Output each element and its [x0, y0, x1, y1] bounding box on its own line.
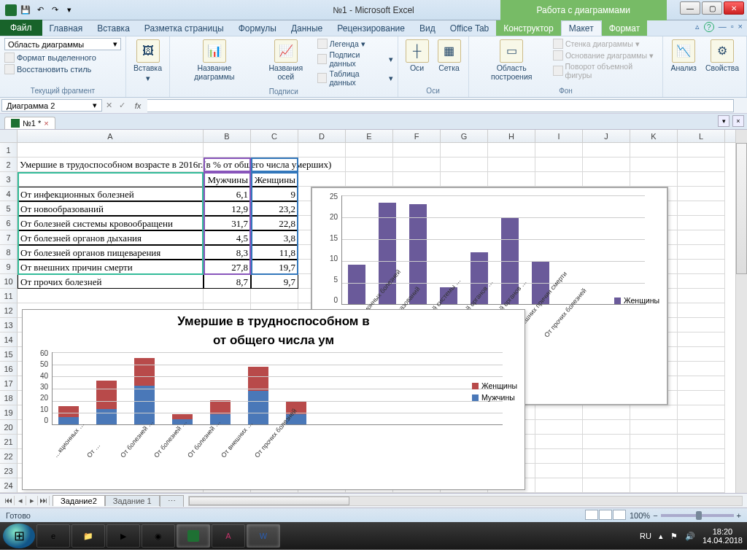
col-header[interactable]: J [583, 130, 630, 142]
cell[interactable] [678, 158, 725, 172]
axis-titles-button[interactable]: 📈Названия осей [258, 38, 314, 82]
axes-button[interactable]: ┼Оси [403, 38, 432, 74]
row-header[interactable]: 1 [0, 143, 18, 158]
cell[interactable]: 11,8 [251, 245, 298, 260]
col-header[interactable]: B [204, 130, 251, 142]
tab-insert[interactable]: Вставка [90, 20, 137, 36]
cell[interactable]: 9,7 [251, 274, 298, 289]
row-header[interactable]: 5 [0, 201, 18, 216]
sheet-tab[interactable]: Задание 1 [105, 495, 160, 506]
row-header[interactable]: 19 [0, 405, 18, 420]
tab-review[interactable]: Рецензирование [330, 20, 412, 36]
cell[interactable] [535, 435, 583, 449]
redo-button[interactable]: ↷ [48, 4, 61, 17]
undo-button[interactable]: ↶ [34, 4, 47, 17]
cell[interactable]: 12,9 [204, 201, 251, 216]
cell[interactable] [535, 420, 583, 435]
legend-button[interactable]: Легенда ▾ [317, 38, 393, 50]
cell[interactable] [630, 449, 678, 464]
cell[interactable]: 8,7 [204, 274, 251, 289]
cell[interactable] [488, 143, 535, 158]
cell[interactable] [678, 362, 725, 376]
cell[interactable] [678, 303, 725, 318]
cell[interactable]: От болезней органов пищеварения [18, 245, 204, 260]
taskbar-ie[interactable]: e [36, 524, 70, 548]
cell[interactable] [204, 143, 251, 158]
sheet-tab-overflow[interactable]: ⋯ [160, 495, 184, 507]
select-all-corner[interactable] [0, 130, 18, 142]
doc-close-icon[interactable]: × [44, 119, 48, 128]
row-header[interactable]: 9 [0, 260, 18, 274]
cell[interactable] [298, 143, 346, 158]
format-selection-button[interactable]: Формат выделенного [4, 52, 121, 63]
cell[interactable] [583, 158, 630, 172]
row-header[interactable]: 12 [0, 303, 18, 318]
cell[interactable] [583, 420, 630, 435]
tray-lang[interactable]: RU [640, 532, 651, 540]
row-header[interactable]: 24 [0, 478, 18, 493]
sheet-nav-last-icon[interactable]: ⏭ [38, 496, 50, 505]
row-header[interactable]: 15 [0, 347, 18, 362]
sheet-nav-first-icon[interactable]: ⏮ [3, 496, 15, 505]
cell[interactable] [678, 405, 725, 420]
tab-data[interactable]: Данные [284, 20, 330, 36]
cell[interactable] [630, 143, 678, 158]
cell[interactable]: 23,2 [251, 201, 298, 216]
tray-arrow-icon[interactable]: ▴ [659, 532, 663, 541]
col-header[interactable]: G [441, 130, 488, 142]
cell[interactable] [678, 376, 725, 391]
col-header[interactable]: C [251, 130, 298, 142]
cell[interactable]: 3,8 [251, 230, 298, 245]
save-button[interactable]: 💾 [19, 4, 32, 17]
cell[interactable]: 9 [251, 187, 298, 201]
col-header[interactable]: K [630, 130, 678, 142]
col-header[interactable]: F [393, 130, 441, 142]
cell[interactable] [583, 143, 630, 158]
cell[interactable]: От болезней системы кровообращени [18, 216, 204, 230]
help-icon[interactable]: ? [704, 22, 714, 32]
cell[interactable]: 22,8 [251, 216, 298, 230]
minimize-button[interactable]: — [680, 1, 700, 15]
zoom-slider[interactable] [661, 514, 734, 517]
col-header[interactable]: H [488, 130, 535, 142]
name-box[interactable]: Диаграмма 2▾ [1, 99, 102, 112]
cell[interactable] [678, 391, 725, 405]
tray-sound-icon[interactable]: 🔊 [685, 532, 695, 541]
cell[interactable] [251, 158, 298, 172]
row-header[interactable]: 22 [0, 449, 18, 464]
cell[interactable] [441, 143, 488, 158]
cell[interactable]: Мужчины [204, 172, 251, 187]
row-header[interactable]: 2 [0, 158, 18, 172]
chart-title-button[interactable]: 📊Название диаграммы [174, 38, 255, 82]
cell[interactable] [630, 158, 678, 172]
workbook-min-icon[interactable]: — [719, 22, 727, 32]
cell[interactable] [678, 172, 725, 187]
row-header[interactable]: 6 [0, 216, 18, 230]
tab-chart-format[interactable]: Формат [602, 20, 648, 36]
file-tab[interactable]: Файл [0, 20, 42, 36]
zoom-in-icon[interactable]: + [737, 511, 741, 520]
data-labels-button[interactable]: Подписи данных ▾ [317, 50, 393, 69]
tray-clock[interactable]: 18:2014.04.2018 [703, 527, 743, 545]
cell[interactable]: 31,7 [204, 216, 251, 230]
insert-button[interactable]: 🖼Вставка▾ [131, 38, 165, 84]
document-tab[interactable]: №1 *× [4, 117, 55, 129]
plot-area-button[interactable]: ▭Область построения [473, 38, 550, 82]
cell[interactable]: 19,7 [251, 260, 298, 274]
gridlines-button[interactable]: ▦Сетка [435, 38, 464, 74]
chart-object-1[interactable]: Умершие в трудноспособном в от общего чи… [22, 309, 525, 490]
tab-chart-design[interactable]: Конструктор [496, 20, 560, 36]
workbook-restore-icon[interactable]: ▫ [731, 22, 734, 32]
cell[interactable]: 8,3 [204, 245, 251, 260]
col-header[interactable]: L [678, 130, 725, 142]
horizontal-scrollbar[interactable] [188, 496, 743, 506]
cell[interactable] [630, 464, 678, 478]
cell[interactable] [583, 172, 630, 187]
sheet-tab-active[interactable]: Задание2 [53, 495, 105, 506]
sheet-nav-next-icon[interactable]: ▸ [26, 496, 38, 505]
cell[interactable] [298, 172, 346, 187]
row-header[interactable]: 14 [0, 332, 18, 347]
cell[interactable]: Женщины [251, 172, 298, 187]
doctab-dropdown-icon[interactable]: ▾ [718, 115, 729, 127]
cell[interactable]: От прочих болезней [18, 274, 204, 289]
